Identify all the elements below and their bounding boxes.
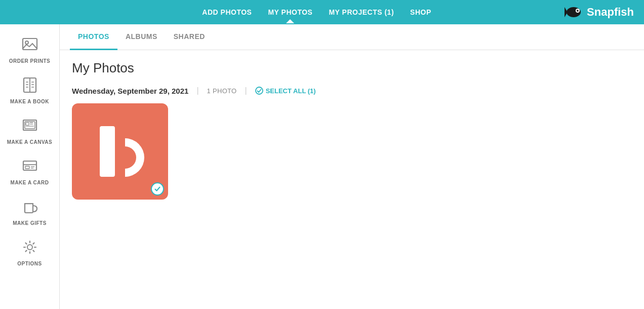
- svg-rect-32: [100, 126, 115, 177]
- main-content: PHOTOS ALBUMS SHARED My Photos Wednesday…: [60, 24, 644, 309]
- fish-icon: [562, 5, 583, 19]
- check-icon: [154, 185, 161, 192]
- date-section: Wednesday, September 29, 2021 | 1 PHOTO …: [72, 86, 632, 95]
- sidebar-label-make-a-canvas: MAKE A CANVAS: [7, 139, 52, 145]
- page-body: My Photos Wednesday, September 29, 2021 …: [60, 50, 644, 309]
- sidebar-label-order-prints: ORDER PRINTS: [9, 58, 51, 64]
- date-label: Wednesday, September 29, 2021: [72, 87, 188, 95]
- svg-rect-16: [26, 123, 29, 125]
- sidebar-label-make-a-book: MAKE A BOOK: [10, 99, 49, 104]
- photo-count: 1 PHOTO: [207, 87, 237, 95]
- tab-shared[interactable]: SHARED: [166, 24, 213, 50]
- nav-my-photos[interactable]: MY PHOTOS: [268, 8, 312, 16]
- top-nav-links: ADD PHOTOS MY PHOTOS MY PROJECTS (1) SHO…: [71, 8, 562, 16]
- canvas-icon: [21, 117, 39, 137]
- check-circle-icon: [255, 87, 263, 95]
- tabs-bar: PHOTOS ALBUMS SHARED: [60, 24, 644, 50]
- svg-rect-5: [23, 38, 37, 50]
- divider: |: [196, 86, 198, 95]
- svg-point-4: [578, 10, 579, 11]
- divider2: |: [245, 86, 247, 95]
- top-nav: ADD PHOTOS MY PHOTOS MY PROJECTS (1) SHO…: [0, 0, 644, 24]
- sidebar-label-make-a-card: MAKE A CARD: [11, 180, 49, 185]
- brand-name: Snapfish: [587, 6, 634, 19]
- nav-shop[interactable]: SHOP: [410, 8, 431, 16]
- svg-point-6: [25, 41, 28, 44]
- photos-grid: [72, 103, 632, 200]
- svg-point-27: [256, 87, 263, 94]
- page-title: My Photos: [72, 60, 632, 76]
- layout: ORDER PRINTS MAKE A BOOK: [0, 24, 644, 309]
- svg-point-26: [27, 245, 32, 250]
- image-icon: [21, 35, 39, 56]
- sidebar-item-make-a-book[interactable]: MAKE A BOOK: [0, 70, 59, 110]
- brand-logo: [562, 5, 583, 19]
- sidebar: ORDER PRINTS MAKE A BOOK: [0, 24, 60, 309]
- card-icon: [21, 157, 39, 178]
- gear-icon: [21, 238, 39, 259]
- sidebar-item-make-gifts[interactable]: MAKE GIFTS: [0, 191, 59, 232]
- gift-icon: [21, 198, 39, 218]
- svg-marker-1: [565, 7, 568, 17]
- photo-item[interactable]: [72, 103, 168, 200]
- select-all-label: SELECT ALL (1): [266, 87, 316, 95]
- photo-logo-svg: [85, 116, 155, 187]
- nav-add-photos[interactable]: ADD PHOTOS: [202, 8, 252, 16]
- book-icon: [21, 76, 39, 97]
- tab-albums[interactable]: ALBUMS: [117, 24, 166, 50]
- sidebar-item-make-a-canvas[interactable]: MAKE A CANVAS: [0, 110, 59, 151]
- sidebar-item-options[interactable]: OPTIONS: [0, 232, 59, 273]
- photo-selected-indicator: [151, 182, 164, 196]
- nav-my-projects[interactable]: MY PROJECTS (1): [329, 8, 394, 16]
- sidebar-label-options: OPTIONS: [17, 261, 42, 266]
- sidebar-item-make-a-card[interactable]: MAKE A CARD: [0, 151, 59, 191]
- brand: Snapfish: [562, 5, 634, 19]
- sidebar-label-make-gifts: MAKE GIFTS: [13, 220, 47, 226]
- sidebar-item-order-prints[interactable]: ORDER PRINTS: [0, 29, 59, 70]
- svg-rect-22: [25, 166, 29, 169]
- select-all-button[interactable]: SELECT ALL (1): [255, 87, 316, 95]
- tab-photos[interactable]: PHOTOS: [70, 24, 117, 50]
